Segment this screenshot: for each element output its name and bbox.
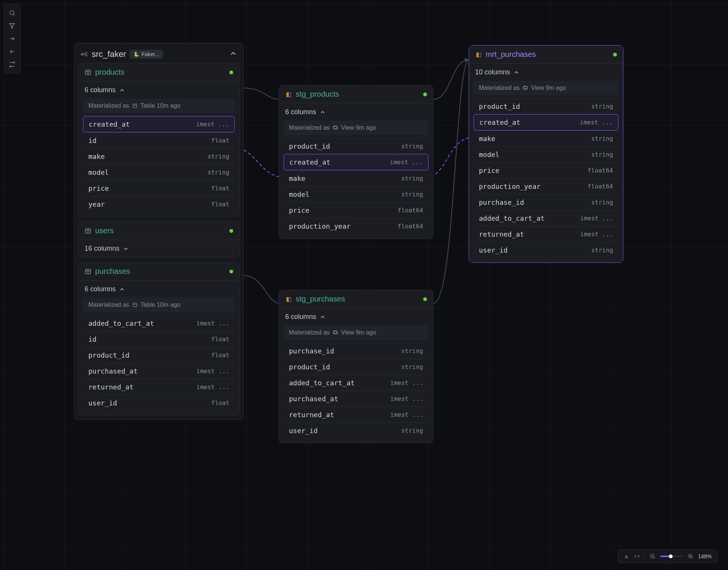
materialized-info: Materialized as View 9m ago bbox=[284, 325, 428, 340]
column-type: string bbox=[401, 347, 423, 355]
column-row[interactable]: idfloat bbox=[83, 331, 235, 347]
column-row[interactable]: production_yearfloat64 bbox=[474, 178, 618, 194]
status-dot bbox=[229, 270, 233, 273]
column-row[interactable]: yearfloat bbox=[83, 196, 235, 212]
column-row[interactable]: idfloat bbox=[83, 132, 235, 148]
column-type: string bbox=[401, 143, 423, 150]
column-row[interactable]: added_to_cart_atimest ... bbox=[474, 210, 618, 226]
column-row[interactable]: pricefloat64 bbox=[474, 162, 618, 178]
swap-icon[interactable] bbox=[4, 58, 20, 71]
column-row[interactable]: user_idstring bbox=[284, 422, 428, 438]
table-users[interactable]: users 16 columns bbox=[78, 221, 240, 258]
status-dot bbox=[613, 53, 617, 57]
column-name: user_id bbox=[88, 399, 117, 407]
column-type: string bbox=[207, 169, 229, 176]
node-stg-products[interactable]: ◧ stg_products 6 columns Materialized as… bbox=[279, 85, 433, 239]
table-icon bbox=[85, 228, 91, 234]
column-name: purchase_id bbox=[289, 347, 334, 355]
column-row[interactable]: user_idstring bbox=[474, 242, 618, 258]
chevron-up-icon[interactable] bbox=[229, 49, 237, 59]
column-row[interactable]: created_atimest ... bbox=[83, 116, 235, 132]
column-type: imest ... bbox=[196, 121, 229, 128]
svg-line-2 bbox=[13, 14, 14, 15]
table-products[interactable]: products 6 columns Materialized as Table… bbox=[78, 63, 240, 217]
column-row[interactable]: modelstring bbox=[474, 146, 618, 162]
column-name: model bbox=[88, 168, 109, 176]
columns-toggle[interactable]: 6 columns bbox=[279, 308, 433, 325]
column-type: imest ... bbox=[390, 395, 423, 402]
node-src-faker[interactable]: src_faker 🐍Faker... products 6 columns M… bbox=[74, 43, 244, 420]
column-type: imest ... bbox=[390, 159, 423, 166]
svg-point-1 bbox=[10, 11, 14, 15]
columns-toggle[interactable]: 10 columns bbox=[469, 64, 623, 81]
columns-toggle[interactable]: 6 columns bbox=[78, 281, 239, 298]
column-row[interactable]: purchased_atimest ... bbox=[284, 391, 428, 407]
materialized-info: Materialized as View 9m ago bbox=[474, 81, 618, 95]
column-row[interactable]: product_idstring bbox=[284, 359, 428, 375]
column-name: created_at bbox=[479, 118, 520, 126]
column-row[interactable]: added_to_cart_atimest ... bbox=[83, 315, 235, 331]
arrow-right-icon[interactable] bbox=[4, 32, 20, 45]
column-row[interactable]: created_atimest ... bbox=[284, 154, 428, 170]
column-row[interactable]: pricefloat64 bbox=[284, 202, 428, 218]
collapse-icon[interactable] bbox=[623, 553, 629, 559]
column-row[interactable]: purchased_atimest ... bbox=[83, 363, 235, 379]
column-row[interactable]: modelstring bbox=[83, 164, 235, 180]
column-row[interactable]: modelstring bbox=[284, 186, 428, 202]
column-row[interactable]: makestring bbox=[284, 170, 428, 186]
svg-line-33 bbox=[654, 557, 655, 559]
column-type: float bbox=[211, 336, 229, 343]
column-row[interactable]: returned_atimest ... bbox=[474, 226, 618, 242]
column-row[interactable]: makestring bbox=[474, 130, 618, 146]
column-row[interactable]: product_idstring bbox=[474, 98, 618, 114]
column-type: string bbox=[591, 103, 613, 110]
column-row[interactable]: user_idfloat bbox=[83, 395, 235, 411]
status-dot bbox=[229, 229, 233, 233]
table-purchases[interactable]: purchases 6 columns Materialized as Tabl… bbox=[78, 262, 240, 416]
column-row[interactable]: returned_atimest ... bbox=[284, 407, 428, 422]
column-name: id bbox=[88, 137, 97, 144]
column-row[interactable]: makestring bbox=[83, 148, 235, 164]
column-row[interactable]: purchase_idstring bbox=[474, 194, 618, 210]
column-name: price bbox=[479, 166, 499, 174]
zoom-in-icon[interactable] bbox=[687, 553, 693, 559]
status-dot bbox=[423, 297, 427, 301]
table-title: products bbox=[95, 68, 124, 77]
search-icon[interactable] bbox=[4, 6, 20, 19]
table-icon bbox=[85, 268, 91, 275]
column-row[interactable]: product_idfloat bbox=[83, 347, 235, 363]
node-stg-purchases[interactable]: ◧ stg_purchases 6 columns Materialized a… bbox=[279, 290, 433, 443]
column-name: product_id bbox=[479, 102, 520, 110]
columns-toggle[interactable]: 6 columns bbox=[78, 82, 239, 99]
column-type: string bbox=[591, 247, 613, 254]
column-type: imest ... bbox=[196, 320, 229, 327]
column-name: added_to_cart_at bbox=[289, 379, 355, 387]
fit-width-icon[interactable] bbox=[634, 553, 640, 559]
column-row[interactable]: created_atimest ... bbox=[474, 114, 618, 130]
node-mrt-purchases[interactable]: ◧ mrt_purchases 10 columns Materialized … bbox=[469, 45, 623, 263]
zoom-out-icon[interactable] bbox=[650, 553, 656, 559]
source-badge: 🐍Faker... bbox=[130, 50, 163, 59]
table-title: users bbox=[95, 226, 114, 235]
column-row[interactable]: product_idstring bbox=[284, 138, 428, 154]
column-row[interactable]: returned_atimest ... bbox=[83, 379, 235, 395]
column-name: created_at bbox=[89, 120, 130, 128]
column-name: id bbox=[88, 335, 97, 343]
columns-toggle[interactable]: 6 columns bbox=[279, 104, 433, 121]
column-type: string bbox=[401, 363, 423, 371]
column-row[interactable]: pricefloat bbox=[83, 180, 235, 196]
column-type: string bbox=[401, 191, 423, 198]
zoom-slider[interactable] bbox=[660, 556, 683, 557]
column-type: imest ... bbox=[390, 379, 423, 386]
columns-toggle[interactable]: 16 columns bbox=[78, 240, 239, 257]
tools-sidebar bbox=[4, 4, 20, 74]
column-row[interactable]: production_yearfloat64 bbox=[284, 218, 428, 234]
column-type: imest ... bbox=[580, 119, 613, 126]
arrow-left-icon[interactable] bbox=[4, 45, 20, 58]
column-row[interactable]: added_to_cart_atimest ... bbox=[284, 375, 428, 391]
zoom-toolbar: 148% bbox=[618, 550, 717, 563]
column-row[interactable]: purchase_idstring bbox=[284, 343, 428, 359]
column-name: returned_at bbox=[88, 383, 133, 391]
model-icon: ◧ bbox=[475, 51, 482, 58]
filter-icon[interactable] bbox=[4, 19, 20, 32]
